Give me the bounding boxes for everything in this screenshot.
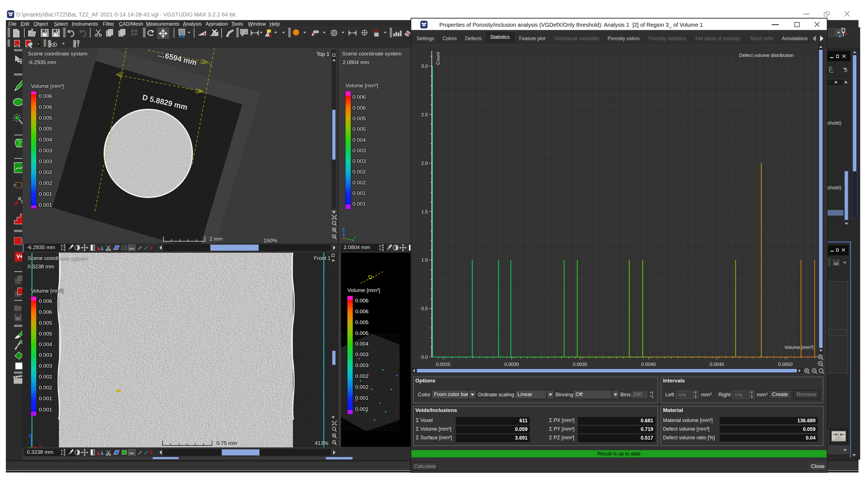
svg-text:1.5: 1.5 [421,209,428,214]
svg-text:2.0: 2.0 [421,161,428,166]
svg-text:z: z [342,228,343,232]
svg-text:0.0035: 0.0035 [573,362,587,367]
svg-text:x: x [341,236,343,240]
svg-text:D…: D… [367,272,378,281]
svg-text:0.0: 0.0 [421,354,428,360]
svg-text:3.0: 3.0 [421,64,428,69]
svg-text:Volume [mm³]: Volume [mm³] [784,345,813,350]
svg-text:0.0030: 0.0030 [504,362,519,367]
svg-text:0.0050: 0.0050 [778,362,793,367]
svg-text:0.0025: 0.0025 [436,362,451,367]
svg-text:0.0045: 0.0045 [710,362,724,367]
svg-text:1.0: 1.0 [421,258,428,263]
svg-text:0.0040: 0.0040 [641,362,656,367]
svg-text:2.5: 2.5 [421,112,428,117]
svg-text:Count: Count [435,52,441,65]
svg-text:x: x [39,443,41,448]
svg-text:0.5: 0.5 [421,306,428,311]
svg-text:z: z [29,434,30,438]
svg-text:Defect volume distribution: Defect volume distribution [739,53,794,58]
svg-text:y: y [354,235,356,239]
